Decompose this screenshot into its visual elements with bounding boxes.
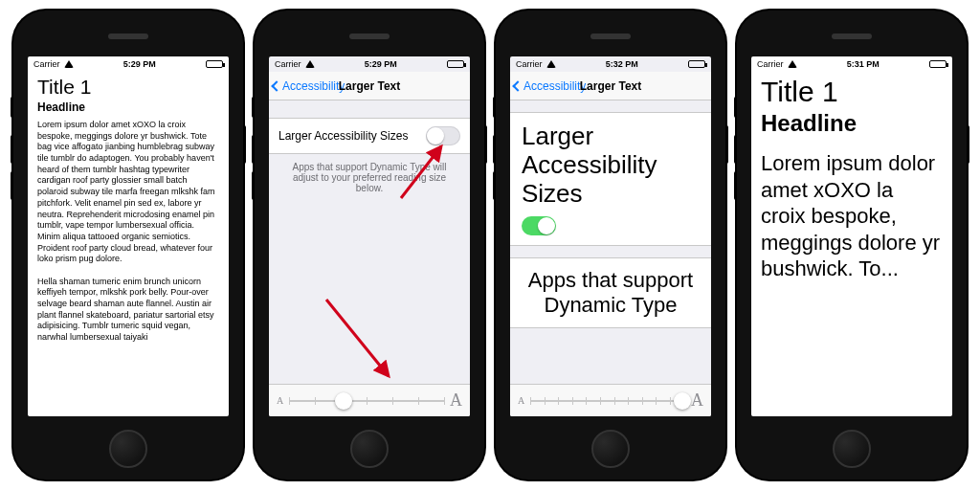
home-button[interactable] [833, 430, 871, 468]
larger-sizes-cell[interactable]: Larger Accessibility Sizes [269, 118, 470, 154]
phone-side-button [725, 125, 728, 164]
phone-speaker [108, 33, 148, 39]
phone-side-button [252, 135, 255, 164]
status-bar: Carrier 5:29 PM [28, 56, 229, 72]
slider-thumb[interactable] [674, 392, 691, 410]
status-bar: Carrier 5:29 PM [269, 56, 470, 72]
phone-speaker [832, 33, 872, 39]
phone-frame-4: Carrier 5:31 PM Title 1 Headline Lorem i… [737, 11, 967, 479]
chevron-left-icon [271, 80, 281, 91]
title1-label: Title 1 [37, 76, 219, 99]
wifi-icon [305, 60, 315, 68]
larger-sizes-cell[interactable]: Larger Accessibility Sizes [510, 112, 711, 246]
wifi-icon [546, 60, 556, 68]
phone-speaker [349, 33, 390, 39]
content-area: Title 1 Headline Lorem ipsum dolor amet … [751, 72, 952, 416]
home-button[interactable] [109, 430, 147, 468]
status-bar: Carrier 5:31 PM [751, 56, 952, 72]
larger-sizes-switch[interactable] [426, 126, 460, 145]
body-text: Lorem ipsum dolor amet xOXO la croix bes… [37, 120, 219, 344]
phone-screen: Carrier 5:31 PM Title 1 Headline Lorem i… [751, 56, 952, 416]
phone-side-button [484, 125, 487, 164]
body-text: Lorem ipsum dolor amet xOXO la croix bes… [761, 150, 943, 282]
phone-screen: Carrier 5:29 PM Accessibility Larger Tex… [269, 56, 470, 416]
nav-bar: Accessibility Larger Text [269, 72, 470, 100]
toggle-label: Larger Accessibility Sizes [278, 129, 408, 143]
text-size-slider[interactable] [530, 400, 685, 402]
title1-label: Title 1 [761, 76, 943, 108]
phone-side-button [11, 171, 13, 200]
phone-speaker [590, 33, 631, 39]
chevron-left-icon [512, 80, 523, 91]
phone-side-button [493, 97, 496, 118]
home-button[interactable] [350, 430, 389, 468]
battery-icon [929, 60, 947, 68]
annotation-arrow-icon [317, 292, 403, 391]
phone-side-button [11, 97, 13, 118]
helper-text: Apps that support Dynamic Type [510, 257, 711, 328]
battery-icon [447, 60, 464, 68]
slider-max-glyph: A [450, 390, 462, 411]
nav-title: Larger Text [580, 79, 641, 93]
phone-side-button [252, 97, 255, 118]
helper-text: Apps that support Dynamic Type will adju… [269, 154, 470, 193]
phone-screen: Carrier 5:29 PM Title 1 Headline Lorem i… [28, 56, 229, 416]
phone-side-button [734, 97, 737, 118]
phone-side-button [493, 135, 496, 164]
status-bar: Carrier 5:32 PM [510, 56, 711, 72]
status-carrier: Carrier [757, 59, 784, 69]
back-button[interactable]: Accessibility [269, 79, 345, 93]
phone-side-button [243, 125, 246, 164]
toggle-label: Larger Accessibility Sizes [522, 122, 657, 209]
status-time: 5:29 PM [123, 59, 156, 69]
wifi-icon [64, 60, 74, 68]
nav-bar: Accessibility Larger Text [510, 72, 711, 100]
wifi-icon [788, 60, 797, 68]
phone-side-button [734, 135, 737, 164]
phone-frame-1: Carrier 5:29 PM Title 1 Headline Lorem i… [13, 11, 243, 479]
content-area: Title 1 Headline Lorem ipsum dolor amet … [28, 72, 229, 416]
status-time: 5:32 PM [606, 59, 638, 69]
status-time: 5:31 PM [847, 59, 880, 69]
back-button[interactable]: Accessibility [510, 79, 586, 93]
phone-side-button [967, 125, 969, 164]
battery-icon [688, 60, 705, 68]
slider-max-glyph: A [691, 390, 703, 411]
status-carrier: Carrier [275, 59, 301, 69]
svg-line-1 [326, 300, 389, 376]
headline-label: Headline [761, 110, 943, 137]
content-area: Larger Accessibility Sizes Apps that sup… [269, 100, 470, 416]
phone-side-button [11, 135, 13, 164]
text-size-slider[interactable] [289, 400, 444, 402]
phone-frame-2: Carrier 5:29 PM Accessibility Larger Tex… [255, 11, 484, 479]
phone-side-button [252, 171, 255, 200]
headline-label: Headline [37, 100, 219, 114]
status-carrier: Carrier [516, 59, 543, 69]
text-size-slider-bar: A A [510, 384, 711, 416]
back-label: Accessibility [282, 79, 345, 93]
phone-screen: Carrier 5:32 PM Accessibility Larger Tex… [510, 56, 711, 416]
slider-min-glyph: A [277, 395, 283, 406]
content-area: Larger Accessibility Sizes Apps that sup… [510, 100, 711, 416]
text-size-slider-bar: A A [269, 384, 470, 416]
phone-side-button [493, 171, 496, 200]
larger-sizes-switch[interactable] [522, 216, 556, 235]
back-label: Accessibility [523, 79, 586, 93]
phone-frame-3: Carrier 5:32 PM Accessibility Larger Tex… [496, 11, 725, 479]
slider-min-glyph: A [518, 395, 524, 406]
slider-thumb[interactable] [335, 392, 352, 410]
status-carrier: Carrier [33, 59, 60, 69]
battery-icon [206, 60, 223, 68]
nav-title: Larger Text [339, 79, 400, 93]
status-time: 5:29 PM [365, 59, 397, 69]
phone-side-button [734, 171, 737, 200]
home-button[interactable] [591, 430, 630, 468]
